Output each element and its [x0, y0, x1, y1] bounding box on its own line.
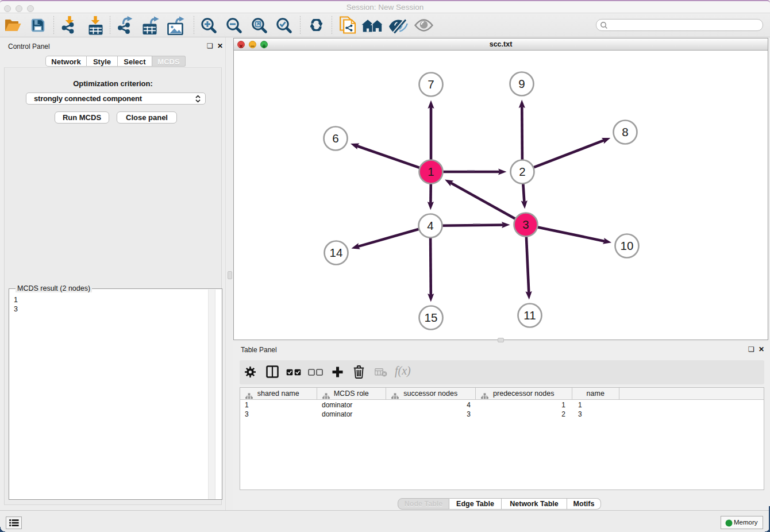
svg-text:7: 7 — [428, 78, 434, 91]
svg-text:15: 15 — [425, 311, 438, 324]
svg-text:2: 2 — [519, 165, 525, 178]
svg-text:6: 6 — [332, 132, 338, 145]
svg-text:14: 14 — [330, 246, 343, 259]
svg-text:9: 9 — [518, 77, 525, 90]
svg-text:1: 1 — [428, 165, 434, 178]
svg-text:11: 11 — [523, 309, 536, 322]
svg-text:4: 4 — [427, 219, 433, 232]
svg-text:8: 8 — [622, 125, 628, 138]
svg-text:3: 3 — [522, 218, 529, 231]
svg-text:10: 10 — [621, 239, 634, 252]
